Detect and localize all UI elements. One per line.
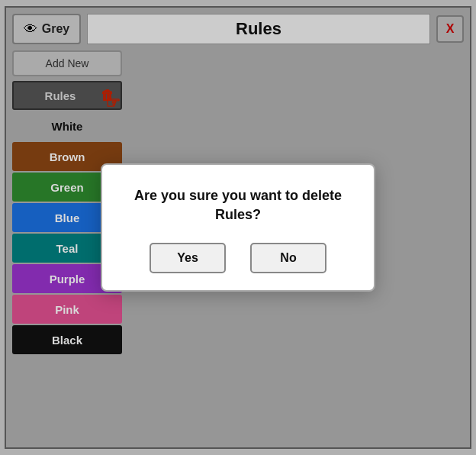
modal-message: Are you sure you want to delete Rules? [127, 186, 349, 224]
modal-dialog: Are you sure you want to delete Rules? Y… [101, 163, 375, 292]
modal-buttons: Yes No [150, 243, 326, 273]
modal-no-button[interactable]: No [250, 243, 326, 273]
modal-yes-button[interactable]: Yes [150, 243, 226, 273]
main-window: 👁 Grey Rules X Add New Rules 🗑 ☞ White B… [5, 6, 471, 449]
modal-overlay: Are you sure you want to delete Rules? Y… [6, 8, 470, 447]
